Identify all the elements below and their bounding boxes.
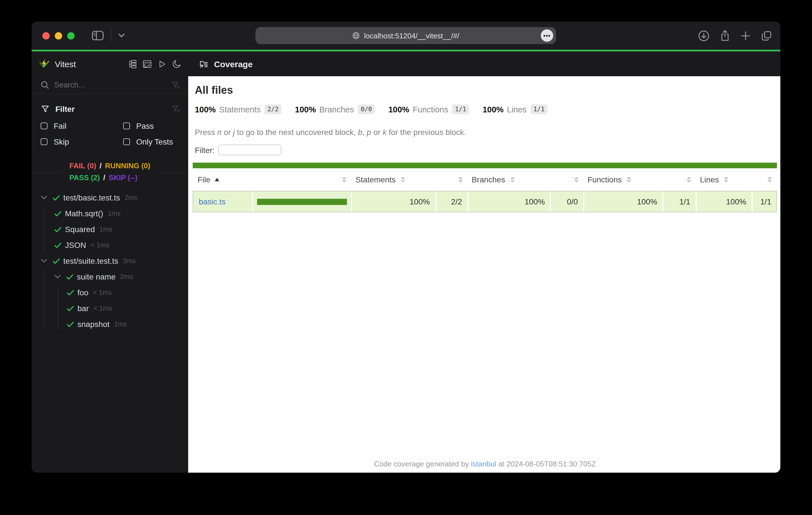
filter-option-only-tests[interactable]: Only Tests	[123, 134, 180, 150]
sort-toggle-icon[interactable]	[510, 177, 515, 183]
column-header-blank	[662, 168, 695, 191]
test-name[interactable]: Squared	[65, 225, 95, 234]
checkbox-icon[interactable]	[123, 123, 130, 129]
checkbox-icon[interactable]	[41, 138, 48, 145]
sort-toggle-icon[interactable]	[342, 177, 346, 183]
page-settings-button[interactable]: •••	[541, 29, 553, 42]
column-header-label[interactable]: File	[198, 175, 210, 184]
summary--: /	[103, 173, 105, 182]
downloads-button[interactable]	[698, 30, 710, 41]
close-window-button[interactable]	[42, 32, 50, 39]
coverage-filter-input[interactable]	[218, 145, 281, 155]
file-link[interactable]: basic.ts	[199, 197, 226, 206]
test-tree-item-bar[interactable]: bar< 1ms	[32, 300, 188, 316]
column-header-label[interactable]: Branches	[471, 175, 505, 184]
chevron-down-icon[interactable]	[41, 195, 48, 200]
filter-options: FailPassSkipOnly Tests	[41, 118, 180, 150]
coverage-stats: 100%Statements2/2100%Branches0/0100%Func…	[195, 104, 777, 114]
sort-toggle-icon[interactable]	[627, 177, 632, 183]
checkbox-icon[interactable]	[41, 123, 48, 129]
new-tab-button[interactable]	[740, 30, 751, 41]
test-tree-item-test-basic-test-ts[interactable]: test/basic.test.ts2ms	[32, 190, 188, 206]
test-name[interactable]: test/suite.test.ts	[63, 256, 118, 265]
coverage-pane: Coverage All files 100%Statements2/2100%…	[188, 51, 780, 473]
clear-filter-icon[interactable]	[171, 104, 180, 114]
sort-toggle-icon[interactable]	[767, 177, 772, 183]
vitest-header: Vitest	[32, 51, 188, 76]
sort-toggle-icon[interactable]	[401, 177, 405, 183]
test-tree: test/basic.test.ts2msMath.sqrt()1msSquar…	[32, 190, 188, 332]
summary--: /	[99, 161, 102, 170]
test-name[interactable]: Math.sqrt()	[65, 209, 103, 218]
hint-text: ,	[362, 128, 367, 137]
dark-mode-toggle-icon[interactable]	[172, 59, 181, 69]
column-header-label[interactable]: Lines	[700, 175, 719, 184]
share-button[interactable]	[719, 29, 731, 42]
coverage-table-header: FileStatementsBranchesFunctionsLines	[193, 168, 777, 191]
sidebar-toggle-icon[interactable]	[91, 30, 104, 41]
stat-fraction-badge: 1/1	[452, 104, 469, 114]
cell-branches-frac: 0/0	[550, 191, 583, 212]
coverage-footer: Code coverage generated by istanbul at 2…	[193, 460, 777, 468]
column-header-blank	[549, 168, 582, 191]
summary-pass: PASS (2)	[69, 173, 100, 182]
hint-text: to go to the next uncovered block,	[235, 128, 358, 137]
chevron-down-icon[interactable]	[41, 259, 48, 263]
test-duration: 2ms	[120, 273, 133, 281]
filter-option-fail[interactable]: Fail	[41, 118, 123, 134]
coverage-filter-label: Filter:	[195, 145, 214, 154]
checkbox-icon[interactable]	[123, 138, 130, 145]
hint-key: p	[367, 128, 371, 137]
test-tree-item-math-sqrt-[interactable]: Math.sqrt()1ms	[32, 206, 188, 221]
filter-option-skip[interactable]: Skip	[41, 134, 123, 150]
column-header-label[interactable]: Statements	[355, 175, 396, 184]
hint-key: b	[358, 128, 362, 137]
sort-ascending-icon[interactable]	[215, 178, 220, 181]
cell-functions-pct: 100%	[583, 191, 662, 212]
coverage-title: Coverage	[214, 59, 253, 69]
filter-option-pass[interactable]: Pass	[123, 118, 180, 134]
summary-line-2: PASS (2)/SKIP (--)	[69, 172, 150, 184]
sort-toggle-icon[interactable]	[724, 177, 728, 183]
run-all-tests-icon[interactable]	[157, 59, 166, 69]
clear-search-filter-icon[interactable]	[171, 81, 180, 90]
chevron-down-icon[interactable]	[54, 274, 62, 279]
tree-guide-line	[57, 287, 58, 330]
test-tree-item-squared[interactable]: Squared1ms	[32, 221, 188, 237]
sort-toggle-icon[interactable]	[458, 177, 463, 183]
sort-toggle-icon[interactable]	[686, 177, 691, 183]
column-header-statements: Statements	[350, 168, 434, 191]
cell-functions-frac: 1/1	[662, 191, 695, 212]
test-tree-item-foo[interactable]: foo< 1ms	[32, 284, 188, 300]
test-name[interactable]: suite name	[77, 272, 116, 281]
keyboard-hint: Press n or j to go to the next uncovered…	[195, 128, 777, 137]
tab-group-chevron-icon[interactable]	[118, 33, 125, 38]
filter-funnel-icon	[41, 104, 50, 114]
test-tree-item-snapshot[interactable]: snapshot1ms	[32, 316, 188, 332]
column-header-label[interactable]: Functions	[587, 175, 621, 184]
hint-text: for the previous block.	[386, 128, 466, 137]
test-tree-item-test-suite-test-ts[interactable]: test/suite.test.ts3ms	[32, 253, 188, 269]
search-input[interactable]	[54, 81, 166, 89]
address-bar[interactable]: localhost:51204/__vitest__/#/ •••	[255, 27, 556, 44]
stat-percent: 100%	[483, 105, 503, 114]
tree-view-icon[interactable]	[127, 59, 137, 69]
istanbul-link[interactable]: istanbul	[471, 460, 496, 468]
desktop-background: localhost:51204/__vitest__/#/ •••	[0, 0, 812, 515]
test-tree-item-suite-name[interactable]: suite name2ms	[32, 269, 188, 284]
minimize-window-button[interactable]	[55, 32, 62, 39]
test-name[interactable]: bar	[78, 304, 89, 313]
vitest-logo-icon	[39, 58, 50, 69]
fullscreen-window-button[interactable]	[67, 32, 75, 39]
test-name[interactable]: test/basic.test.ts	[63, 193, 120, 202]
test-tree-item-json[interactable]: JSON< 1ms	[32, 237, 188, 253]
test-duration: 1ms	[114, 320, 127, 328]
test-name[interactable]: JSON	[65, 241, 86, 250]
test-name[interactable]: foo	[78, 288, 88, 297]
sort-toggle-icon[interactable]	[574, 177, 578, 183]
dashboard-report-icon[interactable]	[142, 59, 152, 69]
tab-overview-button[interactable]	[761, 30, 773, 41]
pass-check-icon	[67, 321, 74, 327]
footer-text: Code coverage generated by	[374, 460, 471, 468]
test-name[interactable]: snapshot	[78, 320, 110, 329]
